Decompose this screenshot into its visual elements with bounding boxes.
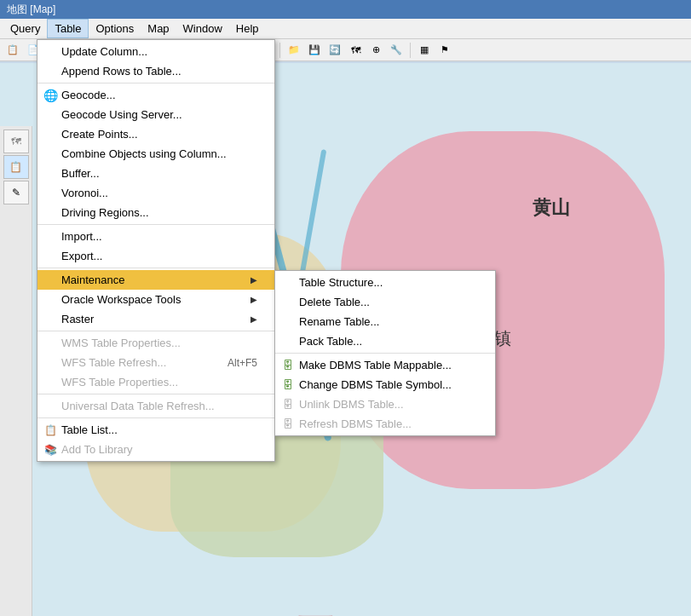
menu-item-query[interactable]: Query xyxy=(3,19,47,38)
submenu-table-structure[interactable]: Table Structure... xyxy=(275,273,495,292)
menu-oracle-workspace[interactable]: Oracle Workspace Tools ▶ xyxy=(37,290,274,309)
menu-append-rows-label: Append Rows to Table... xyxy=(61,65,181,78)
submenu-make-mappable[interactable]: 🗄 Make DBMS Table Mappable... xyxy=(275,355,495,375)
menu-wms-props: WMS Table Properties... xyxy=(37,333,274,353)
submenu-refresh-dbms-label: Refresh DBMS Table... xyxy=(299,417,412,430)
submenu-pack-table-label: Pack Table... xyxy=(299,335,362,348)
menu-create-points[interactable]: Create Points... xyxy=(37,124,274,144)
raster-arrow-icon: ▶ xyxy=(250,314,257,324)
menu-universal-refresh-label: Universal Data Table Refresh... xyxy=(61,400,215,412)
menu-wfs-props: WFS Table Properties... xyxy=(37,372,274,392)
menu-item-window[interactable]: Window xyxy=(176,19,229,38)
menu-oracle-workspace-label: Oracle Workspace Tools xyxy=(61,293,181,306)
menu-voronoi[interactable]: Voronoi... xyxy=(37,183,274,203)
wfs-refresh-shortcut: Alt+F5 xyxy=(227,357,257,369)
toolbar-btn-17[interactable]: 🗺 xyxy=(346,41,365,60)
maintenance-arrow-icon: ▶ xyxy=(250,275,257,285)
menu-combine-objects-label: Combine Objects using Column... xyxy=(61,147,227,160)
menu-wfs-refresh: WFS Table Refresh... Alt+F5 xyxy=(37,353,274,372)
menu-item-table[interactable]: Table xyxy=(47,19,89,38)
make-mappable-icon: 🗄 xyxy=(280,358,296,373)
dropdown-container: Update Column... Append Rows to Table...… xyxy=(37,39,275,462)
change-symbol-icon: 🗄 xyxy=(280,377,296,393)
left-panel-btn-2[interactable]: 📋 xyxy=(3,155,29,179)
menu-update-column[interactable]: Update Column... xyxy=(37,42,274,61)
menu-item-options[interactable]: Options xyxy=(89,19,141,38)
submenu-change-symbol[interactable]: 🗄 Change DBMS Table Symbol... xyxy=(275,375,495,394)
toolbar-btn-15[interactable]: 💾 xyxy=(305,41,324,60)
menu-item-map[interactable]: Map xyxy=(141,19,176,38)
left-panel-btn-3[interactable]: ✎ xyxy=(3,181,29,204)
menu-raster-label: Raster xyxy=(61,313,94,325)
submenu-refresh-dbms: 🗄 Refresh DBMS Table... xyxy=(275,414,495,434)
toolbar-sep-2 xyxy=(279,43,280,58)
menu-geocode-server[interactable]: Geocode Using Server... xyxy=(37,105,274,124)
submenu-pack-table[interactable]: Pack Table... xyxy=(275,331,495,351)
menu-raster[interactable]: Raster ▶ xyxy=(37,309,274,329)
title-bar: 地图 [Map] xyxy=(0,0,691,19)
sep-6 xyxy=(37,417,274,418)
menu-wfs-props-label: WFS Table Properties... xyxy=(61,376,178,389)
menu-add-library: 📚 Add To Library xyxy=(37,440,274,459)
toolbar-btn-21[interactable]: ⚑ xyxy=(435,41,454,60)
sep-1 xyxy=(37,83,274,83)
toolbar-btn-20[interactable]: ▦ xyxy=(415,41,434,60)
menu-item-help[interactable]: Help xyxy=(229,19,266,38)
menu-bar: Query Table Options Map Window Help xyxy=(0,19,691,39)
menu-table-list-label: Table List... xyxy=(61,423,118,436)
unlink-dbms-icon: 🗄 xyxy=(280,397,296,412)
toolbar-btn-14[interactable]: 📁 xyxy=(285,41,303,60)
left-panel-btn-1[interactable]: 🗺 xyxy=(3,130,29,153)
menu-export[interactable]: Export... xyxy=(37,246,274,266)
menu-export-label: Export... xyxy=(61,250,102,262)
menu-driving-regions-label: Driving Regions... xyxy=(61,206,149,219)
submenu-rename-table-label: Rename Table... xyxy=(299,315,379,328)
submenu-unlink-dbms-label: Unlink DBMS Table... xyxy=(299,398,404,411)
refresh-dbms-icon: 🗄 xyxy=(280,417,296,432)
menu-wfs-refresh-label: WFS Table Refresh... xyxy=(61,356,166,369)
add-library-icon: 📚 xyxy=(43,442,58,458)
submenu-delete-table-label: Delete Table... xyxy=(299,296,370,308)
menu-append-rows[interactable]: Append Rows to Table... xyxy=(37,61,274,81)
submenu-table-structure-label: Table Structure... xyxy=(299,276,383,289)
left-panel: 🗺 📋 ✎ xyxy=(0,126,32,616)
menu-create-points-label: Create Points... xyxy=(61,128,138,141)
menu-table-list[interactable]: 📋 Table List... xyxy=(37,420,274,440)
menu-buffer-label: Buffer... xyxy=(61,167,100,180)
toolbar-btn-19[interactable]: 🔧 xyxy=(387,41,406,60)
submenu-sep-1 xyxy=(275,353,495,354)
sep-3 xyxy=(37,268,274,268)
menu-add-library-label: Add To Library xyxy=(61,443,133,456)
toolbar-sep-3 xyxy=(410,43,411,58)
table-list-icon: 📋 xyxy=(43,423,58,438)
sep-2 xyxy=(37,224,274,225)
toolbar-btn-1[interactable]: 📋 xyxy=(3,41,22,60)
sep-4 xyxy=(37,331,274,331)
submenu-delete-table[interactable]: Delete Table... xyxy=(275,292,495,312)
menu-maintenance-label: Maintenance xyxy=(61,273,124,286)
menu-geocode-server-label: Geocode Using Server... xyxy=(61,108,182,121)
menu-geocode-label: Geocode... xyxy=(61,89,116,101)
toolbar-btn-16[interactable]: 🔄 xyxy=(325,41,344,60)
menu-import[interactable]: Import... xyxy=(37,227,274,246)
submenu-change-symbol-label: Change DBMS Table Symbol... xyxy=(299,378,452,391)
menu-import-label: Import... xyxy=(61,230,102,243)
title-text: 地图 [Map] xyxy=(7,3,55,17)
geocode-icon: 🌐 xyxy=(43,88,58,103)
menu-combine-objects[interactable]: Combine Objects using Column... xyxy=(37,144,274,164)
submenu-unlink-dbms: 🗄 Unlink DBMS Table... xyxy=(275,394,495,414)
menu-buffer[interactable]: Buffer... xyxy=(37,164,274,183)
oracle-arrow-icon: ▶ xyxy=(250,295,257,304)
table-dropdown-menu: Update Column... Append Rows to Table...… xyxy=(37,39,275,462)
menu-wms-props-label: WMS Table Properties... xyxy=(61,337,181,349)
submenu-make-mappable-label: Make DBMS Table Mappable... xyxy=(299,359,452,371)
menu-maintenance[interactable]: Maintenance ▶ Table Structure... Delete … xyxy=(37,270,274,290)
menu-geocode[interactable]: 🌐 Geocode... xyxy=(37,85,274,105)
maintenance-submenu: Table Structure... Delete Table... Renam… xyxy=(274,270,496,436)
sep-5 xyxy=(37,394,274,394)
submenu-rename-table[interactable]: Rename Table... xyxy=(275,312,495,331)
menu-universal-refresh: Universal Data Table Refresh... xyxy=(37,396,274,416)
menu-driving-regions[interactable]: Driving Regions... xyxy=(37,203,274,222)
toolbar-btn-18[interactable]: ⊕ xyxy=(366,41,385,60)
menu-update-column-label: Update Column... xyxy=(61,45,147,58)
